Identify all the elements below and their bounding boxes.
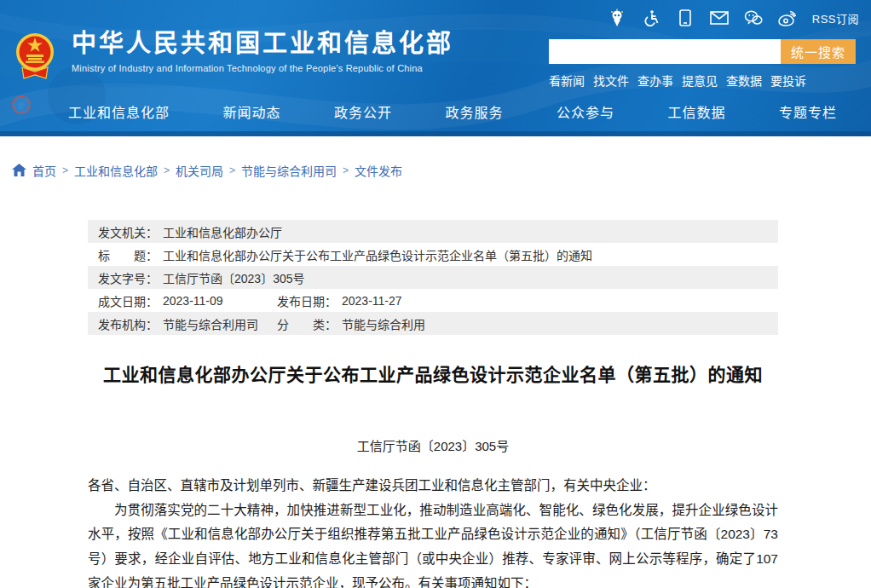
rss-subscribe-link[interactable]: RSS订阅 [812,10,859,26]
meta-value: 工业和信息化部办公厅关于公布工业产品绿色设计示范企业名单（第五批）的通知 [163,246,592,263]
nav-item-special-topics[interactable]: 专题专栏 [779,101,837,122]
document-main: 发文机关： 工业和信息化部办公厅 标 题： 工业和信息化部办公厅关于公布工业产品… [88,220,778,588]
wechat-icon[interactable] [744,9,763,27]
breadcrumb-home[interactable]: 首页 [32,162,56,179]
meta-row-dates: 成文日期： 2023-11-09 发布日期： 2023-11-27 [88,289,778,312]
quick-link-complaint[interactable]: 要投诉 [770,72,806,89]
meta-row-doc-number: 发文字号： 工信厅节函〔2023〕305号 [88,266,778,289]
meta-row-publisher-category: 发布机构： 节能与综合利用司 分 类： 节能与综合利用 [88,312,778,335]
weibo-icon[interactable] [778,9,797,27]
breadcrumb-separator: > [229,164,235,176]
unified-search-input[interactable] [549,39,781,64]
nav-item-public-participation[interactable]: 公众参与 [557,101,614,122]
document-number: 工信厅节函〔2023〕305号 [88,436,778,454]
site-title-cn: 中华人民共和国工业和信息化部 [72,29,453,58]
quick-link-feedback[interactable]: 提意见 [682,72,718,89]
meta-value: 节能与综合利用司 [163,315,258,332]
breadcrumb: 首页 > 工业和信息化部 > 机关司局 > 节能与综合利用司 > 文件发布 [0,136,871,179]
body-paragraph-salutation: 各省、自治区、直辖市及计划单列市、新疆生产建设兵团工业和信息化主管部门，有关中央… [88,474,778,499]
accessibility-icon[interactable] [642,9,660,27]
breadcrumb-document-release[interactable]: 文件发布 [355,162,402,179]
brand-text: 中华人民共和国工业和信息化部 Ministry of Industry and … [72,29,453,73]
mobile-icon[interactable] [676,9,695,27]
national-emblem [15,29,55,80]
quick-links: 看新闻 找文件 查办事 提意见 查数据 要投诉 [549,72,856,89]
search-area: 统一搜索 看新闻 找文件 查办事 提意见 查数据 要投诉 [549,39,856,89]
document-title: 工业和信息化部办公厅关于公布工业产品绿色设计示范企业名单（第五批）的通知 [88,362,778,388]
nav-bottom-strip [0,131,871,136]
main-nav: e 工业和信息化部 新闻动态 政务公开 政务服务 公众参与 工信数据 专题专栏 [0,92,871,131]
quick-link-data[interactable]: 查数据 [726,72,762,89]
site-header: RSS订阅 中华人民共和国工业和信息化部 Ministry of Industr… [0,0,871,136]
meta-label: 发布机构： [98,315,158,332]
meta-label: 分 类： [277,315,337,332]
mascot-robot-icon[interactable] [608,9,626,27]
meta-value: 2023-11-09 [163,294,223,308]
breadcrumb-separator: > [164,164,170,176]
meta-value: 工信厅节函〔2023〕305号 [163,269,305,286]
home-icon[interactable] [12,164,26,176]
nav-item-gov-disclosure[interactable]: 政务公开 [334,101,392,122]
meta-value: 2023-11-27 [342,294,402,308]
topbar: RSS订阅 [608,7,859,29]
meta-value: 节能与综合利用 [342,315,425,332]
breadcrumb-energy-dept[interactable]: 节能与综合利用司 [241,162,337,179]
nav-item-gov-services[interactable]: 政务服务 [445,101,503,122]
quick-link-news[interactable]: 看新闻 [549,72,585,89]
miit-e-logo-icon: e [12,95,31,114]
document-meta-table: 发文机关： 工业和信息化部办公厅 标 题： 工业和信息化部办公厅关于公布工业产品… [88,220,778,335]
meta-label: 发布日期： [277,292,337,309]
meta-row-title: 标 题： 工业和信息化部办公厅关于公布工业产品绿色设计示范企业名单（第五批）的通… [88,243,778,266]
meta-label: 成文日期： [98,292,158,309]
quick-link-services[interactable]: 查办事 [637,72,673,89]
quick-link-files[interactable]: 找文件 [593,72,629,89]
site-title-en: Ministry of Industry and Information Tec… [72,63,453,73]
breadcrumb-miit[interactable]: 工业和信息化部 [74,162,158,179]
document-body: 各省、自治区、直辖市及计划单列市、新疆生产建设兵团工业和信息化主管部门，有关中央… [88,474,778,588]
meta-label: 标 题： [98,246,158,263]
unified-search-button[interactable]: 统一搜索 [781,39,856,64]
body-paragraph-main: 为贯彻落实党的二十大精神，加快推进新型工业化，推动制造业高端化、智能化、绿色化发… [88,499,778,588]
nav-item-miit[interactable]: 工业和信息化部 [68,101,170,122]
meta-label: 发文字号： [98,269,158,286]
brand: 中华人民共和国工业和信息化部 Ministry of Industry and … [15,29,453,80]
breadcrumb-departments[interactable]: 机关司局 [176,162,223,179]
meta-row-issuing-agency: 发文机关： 工业和信息化部办公厅 [88,220,778,243]
breadcrumb-separator: > [62,164,68,176]
nav-item-miit-data[interactable]: 工信数据 [667,101,725,122]
nav-item-news[interactable]: 新闻动态 [222,101,280,122]
meta-label: 发文机关： [98,223,158,240]
breadcrumb-separator: > [343,164,349,176]
meta-value: 工业和信息化部办公厅 [163,223,282,240]
mail-icon[interactable] [710,9,729,27]
